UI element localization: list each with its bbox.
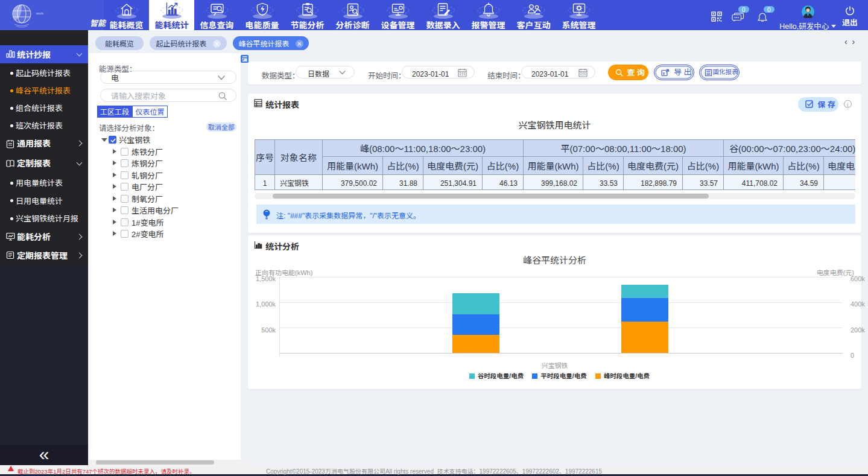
svg-text:x: x (663, 70, 665, 76)
